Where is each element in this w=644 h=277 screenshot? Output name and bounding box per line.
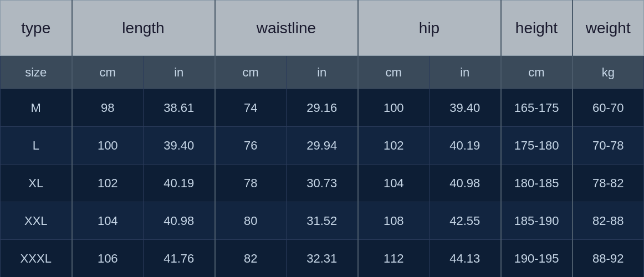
header-row-1: type length waistline hip height weight: [1, 1, 644, 56]
height-header: height: [501, 1, 573, 56]
table-cell: 44.13: [430, 240, 501, 278]
type-header: type: [1, 1, 72, 56]
table-cell: 102: [72, 165, 144, 202]
table-cell: 185-190: [501, 202, 573, 240]
table-cell: XXL: [1, 202, 72, 240]
table-cell: 30.73: [287, 165, 358, 202]
table-cell: 175-180: [501, 127, 573, 165]
table-row: XL10240.197830.7310440.98180-18578-82: [1, 165, 644, 202]
table-cell: 98: [72, 89, 144, 127]
table-row: XXXL10641.768232.3111244.13190-19588-92: [1, 240, 644, 278]
table-cell: 112: [358, 240, 430, 278]
hip-cm-subheader: cm: [358, 56, 430, 89]
table-cell: 165-175: [501, 89, 573, 127]
table-cell: 29.16: [287, 89, 358, 127]
length-in-subheader: in: [144, 56, 215, 89]
table-cell: 29.94: [287, 127, 358, 165]
table-row: XXL10440.988031.5210842.55185-19082-88: [1, 202, 644, 240]
table-cell: 40.19: [144, 165, 215, 202]
table-cell: 80: [215, 202, 287, 240]
table-cell: 108: [358, 202, 430, 240]
table-cell: 82-88: [573, 202, 644, 240]
table-cell: 100: [72, 127, 144, 165]
table-cell: 78: [215, 165, 287, 202]
table-cell: 39.40: [144, 127, 215, 165]
table-row: M9838.617429.1610039.40165-17560-70: [1, 89, 644, 127]
table-cell: 42.55: [430, 202, 501, 240]
hip-header: hip: [358, 1, 501, 56]
table-cell: L: [1, 127, 72, 165]
header-row-2: size cm in cm in cm in cm kg: [1, 56, 644, 89]
table-cell: 104: [358, 165, 430, 202]
weight-subheader: kg: [573, 56, 644, 89]
table-cell: 74: [215, 89, 287, 127]
hip-in-subheader: in: [430, 56, 501, 89]
table-cell: 76: [215, 127, 287, 165]
table-cell: 31.52: [287, 202, 358, 240]
table-cell: 40.19: [430, 127, 501, 165]
table-cell: 78-82: [573, 165, 644, 202]
table-cell: XXXL: [1, 240, 72, 278]
table-cell: 102: [358, 127, 430, 165]
table-cell: 100: [358, 89, 430, 127]
table-cell: 88-92: [573, 240, 644, 278]
table-cell: 40.98: [430, 165, 501, 202]
table-cell: 180-185: [501, 165, 573, 202]
size-subheader: size: [1, 56, 72, 89]
table-cell: 38.61: [144, 89, 215, 127]
waist-in-subheader: in: [287, 56, 358, 89]
waist-cm-subheader: cm: [215, 56, 287, 89]
table-cell: 39.40: [430, 89, 501, 127]
table-cell: 70-78: [573, 127, 644, 165]
table-cell: 40.98: [144, 202, 215, 240]
table-cell: XL: [1, 165, 72, 202]
table-cell: 82: [215, 240, 287, 278]
length-cm-subheader: cm: [72, 56, 144, 89]
table-cell: 60-70: [573, 89, 644, 127]
table-cell: 104: [72, 202, 144, 240]
table-cell: 32.31: [287, 240, 358, 278]
weight-header: weight: [573, 1, 644, 56]
height-subheader: cm: [501, 56, 573, 89]
table-cell: 106: [72, 240, 144, 278]
table-cell: 190-195: [501, 240, 573, 278]
waistline-header: waistline: [215, 1, 358, 56]
table-row: L10039.407629.9410240.19175-18070-78: [1, 127, 644, 165]
table-cell: 41.76: [144, 240, 215, 278]
table-cell: M: [1, 89, 72, 127]
length-header: length: [72, 1, 215, 56]
